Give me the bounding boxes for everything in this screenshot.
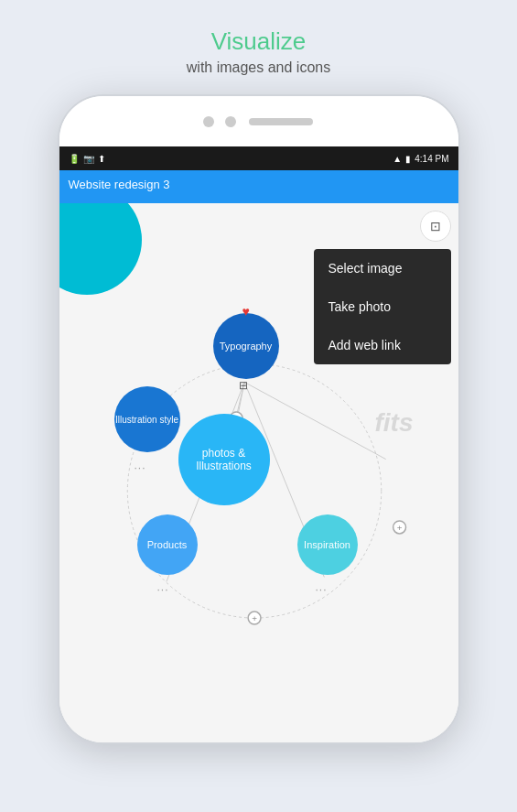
status-bar: 🔋 📷 ⬆ ▲ ▮ 4:14 PM (59, 146, 458, 170)
camera-dot-left (203, 116, 214, 127)
battery-full-icon: ▮ (405, 154, 411, 164)
products-dots: ··· (157, 583, 169, 596)
node-inspiration[interactable]: Inspiration (297, 514, 358, 575)
phone-speaker (249, 118, 313, 125)
app-screen: Website redesign 3 + + (59, 170, 458, 742)
fits-watermark: fits (358, 386, 431, 460)
svg-text:+: + (252, 613, 257, 623)
svg-text:+: + (396, 523, 402, 533)
heart-icon: ♥ (242, 304, 250, 319)
screen-icon: ⊡ (430, 219, 441, 233)
status-right: ▲ ▮ 4:14 PM (393, 154, 448, 164)
time-display: 4:14 PM (415, 154, 448, 164)
page-title: Visualize (187, 27, 330, 56)
phone-frame: 🔋 📷 ⬆ ▲ ▮ 4:14 PM Website redesign 3 (58, 94, 460, 744)
phone-top-bar (59, 96, 458, 146)
node-typography[interactable]: Typography (213, 313, 279, 379)
app-topbar: Website redesign 3 (59, 170, 458, 203)
inspiration-dots: ··· (316, 583, 328, 596)
node-illustration-style[interactable]: Illustration style (114, 386, 180, 452)
upload-icon: ⬆ (98, 154, 105, 164)
node-photos-illustrations[interactable]: photos & Illustrations (178, 414, 270, 505)
page-subtitle: with images and icons (187, 60, 330, 76)
take-photo-item[interactable]: Take photo (314, 287, 451, 326)
page-header: Visualize with images and icons (168, 0, 349, 94)
camera-dot-right (225, 116, 236, 127)
wifi-icon: ▲ (393, 154, 402, 164)
select-image-item[interactable]: Select image (314, 249, 451, 287)
mindmap-area: + + + ♥ Typography ⊟ Illustration style … (59, 203, 458, 742)
app-title: Website redesign 3 (59, 170, 458, 199)
delete-icon[interactable]: ⊟ (239, 379, 248, 392)
battery-icon: 🔋 (69, 154, 80, 164)
context-menu-button[interactable]: ⊡ (420, 211, 451, 242)
status-left: 🔋 📷 ⬆ (69, 154, 105, 164)
add-web-link-item[interactable]: Add web link (314, 326, 451, 364)
node-products[interactable]: Products (137, 514, 198, 575)
notification-icon: 📷 (83, 154, 94, 164)
illustration-dots: ··· (135, 461, 146, 474)
dropdown-menu: Select image Take photo Add web link (314, 249, 451, 364)
